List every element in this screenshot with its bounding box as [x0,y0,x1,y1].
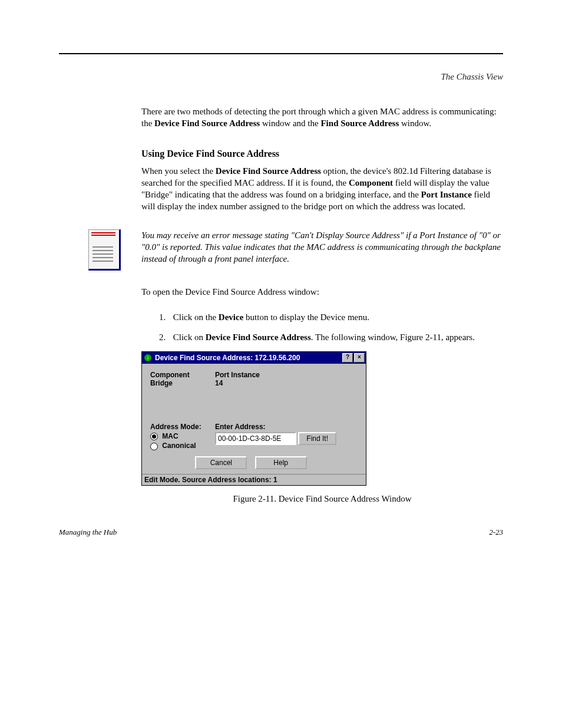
radio-mac-dot-icon [150,433,158,440]
step-2-b: Device Find Source Address [206,332,311,342]
device-find-dialog: i Device Find Source Address: 172.19.56.… [141,351,366,486]
p1-b1: Device Find Source Address [154,118,260,128]
p2-b3: Port Instance [421,190,472,199]
paragraph-2: When you select the Device Find Source A… [141,165,503,213]
p1-post: window. [399,118,431,128]
svg-text:i: i [147,355,148,361]
address-row: Address Mode: MAC Canonical Enter Addres… [150,423,358,450]
note-text: You may receive an error message stating… [141,229,503,265]
page-footer: Managing the Hub 2-23 [59,528,503,537]
dialog-status-bar: Edit Mode. Source Address locations: 1 [142,474,366,485]
p1-mid: window and the [260,118,320,128]
page-header-title: The Chassis View [59,72,503,82]
enter-address-label: Enter Address: [215,423,358,431]
results-row: Bridge 14 [150,379,358,387]
steps-list: 1. Click on the Device button to display… [159,311,503,344]
dialog-title: Device Find Source Address: 172.19.56.20… [155,354,341,362]
app-icon: i [143,353,153,363]
column-header-port-instance: Port Instance [215,371,358,379]
p2-b1: Device Find Source Address [216,166,321,176]
paragraph-1: There are two methods of detecting the p… [141,106,503,130]
step-2-pre: Click on [173,332,206,342]
p1-b2: Find Source Address [320,118,399,128]
result-port-instance-value: 14 [215,379,358,387]
find-it-button[interactable]: Find It! [298,432,336,445]
subheading-device-find: Using Device Find Source Address [141,149,503,159]
radio-canonical-dot-icon [150,443,158,450]
note-block: You may receive an error message stating… [59,229,503,271]
step-2-num: 2. [159,331,171,343]
instruction-line: To open the Device Find Source Address w… [141,287,503,297]
step-1-post: button to display the Device menu. [243,312,369,322]
step-2-post: . The following window, Figure 2-11, app… [311,332,475,342]
address-input[interactable]: 00-00-1D-C3-8D-5E [215,432,296,445]
dialog-titlebar[interactable]: i Device Find Source Address: 172.19.56.… [142,352,366,364]
dialog-screenshot: i Device Find Source Address: 172.19.56.… [141,351,503,486]
dialog-body: Component Port Instance Bridge 14 Addres… [142,364,366,474]
dialog-button-row: Cancel Help [144,456,358,469]
footer-left: Managing the Hub [59,528,117,537]
step-1-num: 1. [159,311,171,323]
radio-mac-label: MAC [162,432,178,440]
p2-b2: Component [349,178,393,187]
radio-canonical[interactable]: Canonical [150,442,215,450]
note-icon [88,229,121,271]
step-2: 2. Click on Device Find Source Address. … [159,331,503,343]
step-1-b: Device [219,312,243,322]
step-1: 1. Click on the Device button to display… [159,311,503,323]
header-rule [59,53,503,54]
figure-caption: Figure 2-11. Device Find Source Address … [141,494,503,504]
step-1-pre: Click on the [173,312,219,322]
result-component-value: Bridge [150,379,215,387]
p2-pre: When you select the [141,166,216,176]
cancel-button[interactable]: Cancel [195,456,247,469]
footer-right: 2-23 [489,528,503,537]
column-header-component: Component [150,371,215,379]
results-header: Component Port Instance [150,371,358,379]
radio-mac[interactable]: MAC [150,432,215,440]
address-mode-label: Address Mode: [150,423,215,431]
titlebar-close-button[interactable]: × [354,353,365,363]
note-icon-wrap [59,229,141,271]
results-fill [150,387,358,420]
help-button[interactable]: Help [255,456,307,469]
radio-canonical-label: Canonical [162,442,196,450]
titlebar-help-button[interactable]: ? [342,353,353,363]
